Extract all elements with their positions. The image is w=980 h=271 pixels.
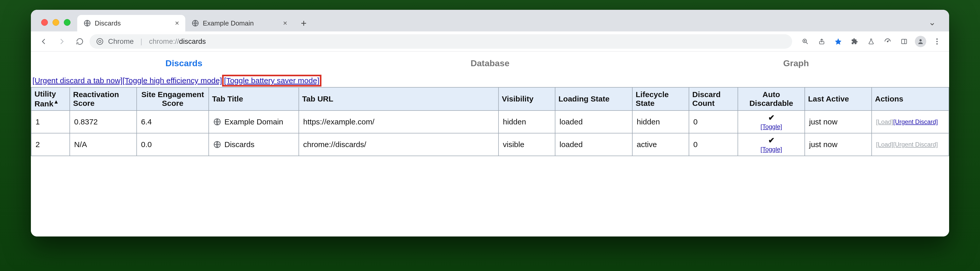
col-actions[interactable]: Actions (872, 87, 949, 110)
sort-asc-icon: ▲ (53, 99, 59, 105)
urgent-discard-link-disabled: [Urgent Discard] (893, 141, 938, 148)
forward-button (54, 33, 70, 50)
auto-discardable-toggle-link[interactable]: [Toggle] (760, 123, 782, 130)
checkmark-icon: ✔ (742, 136, 800, 145)
omnibox-security-label: Chrome (108, 37, 134, 46)
toggle-battery-saver-link[interactable]: [Toggle battery saver mode] (224, 76, 320, 85)
window-controls (37, 19, 77, 32)
cell-discard-count: 0 (689, 110, 738, 133)
urgent-discard-now-link[interactable]: [Urgent discard a tab now] (32, 76, 123, 85)
zoom-icon[interactable] (798, 34, 813, 49)
maximize-window-button[interactable] (64, 19, 70, 26)
share-icon[interactable] (814, 34, 829, 49)
svg-point-6 (887, 41, 888, 42)
omnibox-separator: | (140, 37, 142, 46)
col-tab-title[interactable]: Tab Title (209, 87, 299, 110)
col-auto-discardable[interactable]: Auto Discardable (738, 87, 805, 110)
minimize-window-button[interactable] (52, 19, 59, 26)
cell-tab-url: chrome://discards/ (299, 133, 498, 156)
col-utility-rank[interactable]: Utility Rank▲ (31, 87, 70, 110)
cell-last-active: just now (805, 133, 872, 156)
omnibox[interactable]: Chrome | chrome://discards (89, 34, 792, 49)
cell-last-active: just now (805, 110, 872, 133)
col-visibility[interactable]: Visibility (498, 87, 555, 110)
side-panel-icon[interactable] (897, 34, 912, 49)
cell-discard-count: 0 (689, 133, 738, 156)
load-link-disabled: [Load] (876, 118, 893, 125)
subnav-discards[interactable]: Discards (31, 58, 337, 68)
tabs-region: Discards × Example Domain × + (77, 15, 929, 32)
highlight-box: [Toggle battery saver mode] (222, 75, 321, 86)
tab-strip: Discards × Example Domain × + ⌄ (31, 10, 949, 32)
cell-tab-title-text: Discards (224, 140, 255, 149)
col-last-active[interactable]: Last Active (805, 87, 872, 110)
cell-tab-title: Discards (209, 133, 299, 156)
auto-discardable-toggle-link[interactable]: [Toggle] (760, 146, 782, 153)
bookmark-star-icon[interactable] (831, 34, 846, 49)
cell-visibility: visible (498, 133, 555, 156)
close-tab-icon[interactable]: × (175, 19, 179, 27)
cell-reactivation: N/A (70, 133, 137, 156)
extensions-icon[interactable] (847, 34, 862, 49)
action-links: [Urgent discard a tab now][Toggle high e… (31, 75, 949, 87)
cell-tab-title-text: Example Domain (224, 118, 283, 126)
cell-loading: loaded (555, 110, 632, 133)
subnav: Discards Database Graph (31, 51, 949, 75)
col-lifecycle-state[interactable]: Lifecycle State (632, 87, 689, 110)
svg-point-2 (97, 38, 103, 44)
svg-point-9 (936, 38, 937, 40)
cell-actions: [Load][Urgent Discard] (872, 133, 949, 156)
col-reactivation-score[interactable]: Reactivation Score (70, 87, 137, 110)
table-header-row: Utility Rank▲ Reactivation Score Site En… (31, 87, 949, 110)
cell-site-engagement: 6.4 (137, 110, 209, 133)
svg-point-11 (936, 43, 937, 44)
cell-actions: [Load][Urgent Discard] (872, 110, 949, 133)
labs-flask-icon[interactable] (864, 34, 878, 49)
discards-table: Utility Rank▲ Reactivation Score Site En… (31, 87, 949, 156)
new-tab-button[interactable]: + (297, 16, 310, 30)
col-tab-url[interactable]: Tab URL (299, 87, 498, 110)
cell-lifecycle: active (632, 133, 689, 156)
globe-icon (191, 19, 199, 27)
back-button[interactable] (35, 33, 52, 50)
globe-icon (213, 118, 221, 126)
urgent-discard-link[interactable]: [Urgent Discard] (893, 118, 938, 125)
toggle-high-efficiency-link[interactable]: [Toggle high efficiency mode] (123, 76, 222, 85)
cell-visibility: hidden (498, 110, 555, 133)
table-row: 2 N/A 0.0 Discards chrome://discards/ vi… (31, 133, 949, 156)
svg-point-8 (920, 39, 922, 41)
cell-tab-title: Example Domain (209, 110, 299, 133)
kebab-menu-icon[interactable] (929, 34, 945, 49)
chrome-icon (96, 38, 103, 45)
svg-point-3 (99, 40, 101, 43)
cell-tab-url: https://example.com/ (299, 110, 498, 133)
browser-window: Discards × Example Domain × + ⌄ (31, 10, 949, 236)
cell-utility: 1 (31, 110, 70, 133)
omnibox-url: chrome://discards (149, 37, 206, 46)
subnav-database[interactable]: Database (337, 58, 643, 68)
tab-overflow-chevron-icon[interactable]: ⌄ (929, 17, 936, 27)
cell-site-engagement: 0.0 (137, 133, 209, 156)
tab-title: Example Domain (203, 19, 254, 27)
toolbar-right (798, 34, 945, 49)
close-tab-icon[interactable]: × (283, 19, 287, 27)
col-loading-state[interactable]: Loading State (555, 87, 632, 110)
globe-icon (213, 140, 221, 149)
load-link-disabled: [Load] (876, 141, 893, 148)
reload-button[interactable] (72, 33, 88, 50)
cell-reactivation: 0.8372 (70, 110, 137, 133)
checkmark-icon: ✔ (742, 113, 800, 122)
cell-utility: 2 (31, 133, 70, 156)
subnav-graph[interactable]: Graph (643, 58, 949, 68)
browser-tab-discards[interactable]: Discards × (77, 15, 185, 32)
svg-rect-7 (902, 39, 907, 43)
profile-avatar[interactable] (913, 34, 928, 49)
cell-auto-discardable: ✔ [Toggle] (738, 110, 805, 133)
performance-icon[interactable] (880, 34, 895, 49)
col-site-engagement[interactable]: Site Engagement Score (137, 87, 209, 110)
browser-tab-example[interactable]: Example Domain × (185, 15, 293, 32)
cell-lifecycle: hidden (632, 110, 689, 133)
cell-loading: loaded (555, 133, 632, 156)
col-discard-count[interactable]: Discard Count (689, 87, 738, 110)
close-window-button[interactable] (41, 19, 48, 26)
